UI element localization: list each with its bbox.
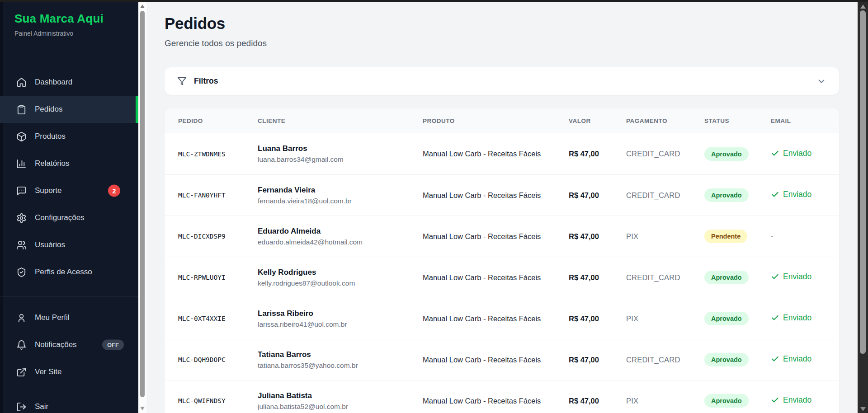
sidebar: Sua Marca Aqui Painel Administrativo Das… [0, 0, 138, 413]
customer-name: Eduardo Almeida [258, 227, 423, 236]
filters-panel-toggle[interactable]: Filtros [165, 67, 839, 95]
order-id: MLC-ZTWDNMES [178, 150, 226, 158]
email-sent-indicator: Enviado [771, 395, 811, 405]
table-row-mlc-qwifndsy[interactable]: MLC-QWIFNDSY Juliana Batista juliana.bat… [165, 380, 839, 413]
product-name: Manual Low Carb - Receitas Fáceis [423, 273, 569, 282]
page-subtitle: Gerencie todos os pedidos [165, 38, 839, 48]
email-sent-indicator: Enviado [771, 272, 811, 282]
order-value: R$ 47,00 [569, 191, 626, 200]
payment-method: CREDIT_CARD [626, 273, 704, 282]
scroll-down-arrow-icon[interactable] [860, 407, 866, 411]
email-status-label: Enviado [783, 149, 811, 158]
customer-email: eduardo.almeida42@hotmail.com [258, 238, 423, 246]
status-badge: Aprovado [704, 271, 749, 284]
scroll-up-arrow-icon[interactable] [860, 5, 866, 9]
email-status-label: Enviado [783, 313, 811, 323]
sidebar-item-label: Suporte [35, 186, 62, 195]
status-badge: Aprovado [704, 394, 749, 408]
email-status-label: Enviado [783, 190, 811, 199]
sidebar-item-icon [16, 267, 27, 277]
sidebar-item-ver-site[interactable]: Ver Site [0, 358, 138, 385]
sidebar-scrollbar[interactable] [138, 2, 146, 413]
order-id: MLC-FAN0YHFT [178, 192, 226, 199]
sidebar-item-meu-perfil[interactable]: Meu Perfil [0, 304, 138, 331]
product-name: Manual Low Carb - Receitas Fáceis [423, 397, 569, 405]
scroll-down-arrow-icon[interactable] [140, 407, 145, 410]
order-id: MLC-QWIFNDSY [178, 397, 226, 404]
sidebar-item-icon [16, 402, 27, 412]
filters-label: Filtros [194, 76, 218, 86]
column-header-status: Status [704, 117, 771, 124]
sidebar-item-label: Notificações [35, 340, 77, 349]
sidebar-item-icon [16, 240, 27, 250]
scroll-up-arrow-icon[interactable] [140, 5, 145, 8]
order-value: R$ 47,00 [569, 273, 626, 282]
table-row-mlc-0xt4xxie[interactable]: MLC-0XT4XXIE Larissa Ribeiro larissa.rib… [165, 298, 839, 339]
customer-email: kelly.rodrigues87@outlook.com [258, 279, 423, 287]
sidebar-scrollbar-thumb[interactable] [140, 11, 145, 397]
customer-name: Luana Barros [258, 144, 423, 153]
sidebar-item-perfis-de-acesso[interactable]: Perfis de Acesso [0, 258, 138, 286]
sidebar-item-sair[interactable]: Sair [0, 393, 138, 413]
check-icon [771, 272, 779, 281]
customer-name: Larissa Ribeiro [258, 309, 423, 318]
sidebar-item-label: Relatórios [35, 159, 70, 168]
sidebar-item-icon [16, 213, 27, 223]
email-status-label: Enviado [783, 354, 811, 364]
column-header-valor: Valor [569, 117, 626, 124]
order-value: R$ 47,00 [569, 356, 626, 364]
table-row-mlc-dicxdsp9[interactable]: MLC-DICXDSP9 Eduardo Almeida eduardo.alm… [165, 216, 839, 257]
order-value: R$ 47,00 [569, 314, 626, 323]
sidebar-item-pedidos[interactable]: Pedidos [0, 96, 138, 123]
column-header-cliente: Cliente [258, 117, 423, 124]
sidebar-item-configuracoes[interactable]: Configurações [0, 204, 138, 231]
sidebar-item-relatorios[interactable]: Relatórios [0, 150, 138, 177]
chevron-down-icon[interactable] [816, 76, 826, 86]
sidebar-divider [0, 296, 138, 296]
customer-name: Fernanda Vieira [258, 186, 423, 195]
payment-method: CREDIT_CARD [626, 150, 704, 158]
orders-table-header: Pedido Cliente Produto Valor Pagamento S… [165, 108, 839, 133]
email-sent-indicator: Enviado [771, 149, 811, 158]
window-top-edge [0, 0, 868, 2]
table-row-mlc-fan0yhft[interactable]: MLC-FAN0YHFT Fernanda Vieira fernanda.vi… [165, 174, 839, 216]
payment-method: CREDIT_CARD [626, 191, 704, 200]
email-sent-indicator: Enviado [771, 354, 811, 364]
check-icon [771, 355, 779, 363]
status-badge: Aprovado [704, 312, 749, 325]
sidebar-item-notificacoes[interactable]: Notificações OFF [0, 331, 138, 358]
order-value: R$ 47,00 [569, 150, 626, 158]
sidebar-item-usuarios[interactable]: Usuários [0, 231, 138, 258]
product-name: Manual Low Carb - Receitas Fáceis [423, 150, 569, 158]
sidebar-item-label: Pedidos [35, 105, 62, 114]
email-sent-indicator: Enviado [771, 190, 811, 199]
customer-email: luana.barros34@gmail.com [258, 155, 423, 164]
status-badge: Aprovado [704, 188, 749, 202]
customer-name: Kelly Rodrigues [258, 268, 423, 277]
payment-method: PIX [626, 232, 704, 241]
page-scrollbar-thumb[interactable] [860, 10, 866, 354]
table-row-mlc-dqh9dopc[interactable]: MLC-DQH9DOPC Tatiana Barros tatiana.barr… [165, 339, 839, 380]
table-row-mlc-ztwdnmes[interactable]: MLC-ZTWDNMES Luana Barros luana.barros34… [165, 133, 839, 174]
customer-email: fernanda.vieira18@uol.com.br [258, 197, 423, 205]
sidebar-item-badge: 2 [108, 185, 120, 197]
check-icon [771, 149, 779, 158]
payment-method: CREDIT_CARD [626, 356, 704, 364]
sidebar-item-dashboard[interactable]: Dashboard [0, 69, 138, 96]
page-scrollbar[interactable] [858, 2, 868, 413]
order-value: R$ 47,00 [569, 397, 626, 405]
sidebar-item-produtos[interactable]: Produtos [0, 123, 138, 150]
brand-block: Sua Marca Aqui Painel Administrativo [14, 12, 104, 37]
sidebar-primary-nav: Dashboard Pedidos Produtos Re [0, 69, 138, 286]
column-header-email: Email [771, 117, 839, 124]
payment-method: PIX [626, 397, 704, 405]
email-sent-indicator: Enviado [771, 313, 811, 323]
status-badge: Pendente [704, 230, 747, 243]
sidebar-item-icon [16, 367, 27, 377]
sidebar-item-suporte[interactable]: Suporte 2 [0, 177, 138, 204]
order-id: MLC-RPWLUOYI [178, 274, 226, 281]
table-row-mlc-rpwluoyi[interactable]: MLC-RPWLUOYI Kelly Rodrigues kelly.rodri… [165, 257, 839, 298]
product-name: Manual Low Carb - Receitas Fáceis [423, 314, 569, 323]
sidebar-item-icon [16, 131, 27, 142]
sidebar-item-label: Produtos [35, 132, 66, 141]
